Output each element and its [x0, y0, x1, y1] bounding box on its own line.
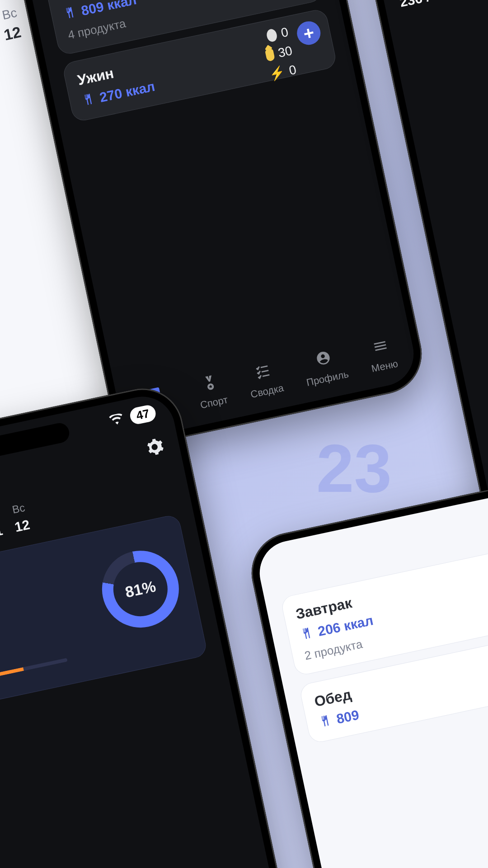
nav-label: Профиль: [305, 368, 350, 389]
nav-label: Спорт: [199, 394, 229, 411]
day-col[interactable]: Вс12: [10, 501, 31, 535]
meal-kcal: 809: [335, 707, 361, 727]
utensils-icon: [62, 5, 78, 22]
energy-icon: ⚡: [268, 64, 286, 82]
nav-menu[interactable]: Меню: [366, 336, 399, 375]
medal-icon: [201, 373, 220, 395]
add-button[interactable]: +: [295, 19, 323, 47]
protein-icon: [266, 28, 278, 42]
fat-icon: [265, 48, 275, 61]
checklist-icon: [253, 362, 272, 383]
nav-summary[interactable]: Сводка: [245, 360, 285, 401]
background-number: 23: [316, 429, 392, 508]
dow: Вс: [11, 501, 26, 516]
ring-pct: 81%: [124, 577, 158, 601]
summary-card: ккал 81% иры ⚡: [0, 514, 208, 711]
energy-val: 0: [288, 62, 298, 78]
battery-pill: 47: [129, 404, 157, 425]
menu-icon: [371, 337, 390, 359]
phone-bottomright-light: Завтрак 206 ккал 2 продукта Обед 809: [244, 476, 488, 868]
fat-val: 30: [277, 43, 294, 61]
daynum: 11: [0, 523, 4, 541]
wifi-icon: [108, 411, 125, 429]
utensils-icon: [80, 92, 96, 108]
day-dow: Вс: [1, 5, 19, 23]
macro-bar: [0, 658, 68, 686]
cal-partial: 236 /: [399, 0, 488, 10]
gear-icon[interactable]: [144, 436, 166, 462]
day-num: 12: [2, 23, 23, 44]
profile-icon: [314, 349, 333, 371]
nav-sport[interactable]: Спорт: [194, 372, 229, 411]
daynum: 12: [13, 517, 31, 535]
utensils-icon: [318, 713, 333, 730]
nav-profile[interactable]: Профиль: [300, 346, 350, 389]
nav-label: Сводка: [249, 382, 285, 401]
utensils-icon: [299, 626, 314, 642]
day-col[interactable]: Сб11: [0, 507, 4, 541]
nav-label: Меню: [371, 358, 399, 375]
